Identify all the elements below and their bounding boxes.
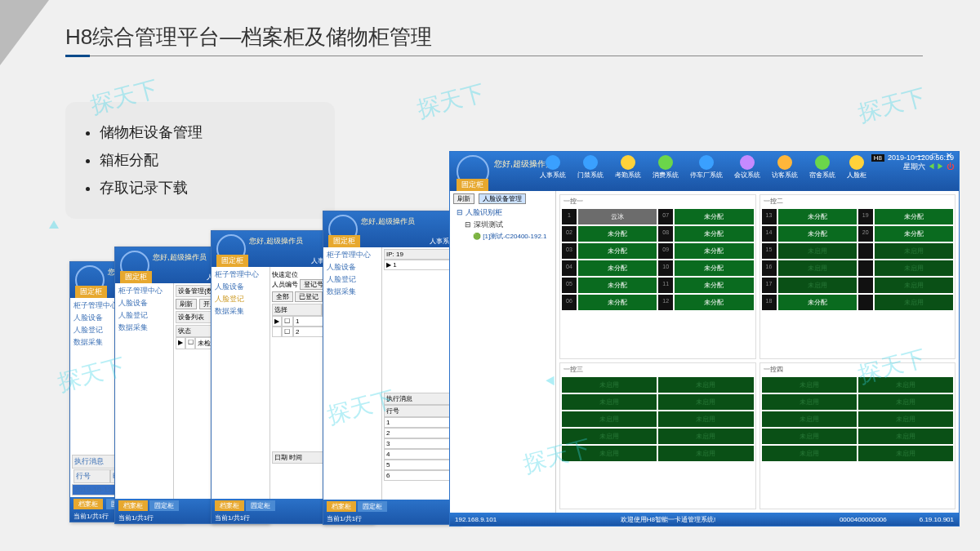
locker-cell-disabled[interactable]: 未启用 xyxy=(658,446,753,461)
locker-cell[interactable]: 未分配 xyxy=(875,226,953,242)
locker-cell[interactable]: 未分配 xyxy=(778,209,857,224)
locker-cell[interactable]: 未分配 xyxy=(578,243,657,259)
nav-prev-icon[interactable]: ◀ xyxy=(928,162,935,171)
nav-next-icon[interactable]: ▶ xyxy=(937,162,944,171)
footer-tab[interactable]: 档案柜 xyxy=(327,501,356,512)
locker-cell[interactable]: 未分配 xyxy=(578,260,657,276)
locker-cell-disabled[interactable]: 未启用 xyxy=(658,429,753,444)
locker-cell-disabled[interactable]: 未启用 xyxy=(762,377,857,393)
module-停车厂系统[interactable]: 停车厂系统 xyxy=(690,155,723,180)
tree-item[interactable]: 柜子管理中心 xyxy=(117,285,172,297)
table-row[interactable]: 4 xyxy=(384,449,459,460)
module-人事系统[interactable]: 人事系统 xyxy=(540,155,566,180)
locker-cell-disabled[interactable]: 未启用 xyxy=(658,394,753,410)
tree-item[interactable]: 人脸设备 xyxy=(325,261,380,273)
locker-cell[interactable]: 未分配 xyxy=(675,226,753,242)
locker-cell-disabled[interactable]: 未启用 xyxy=(858,411,953,427)
locker-cell-disabled[interactable]: 未启用 xyxy=(762,446,857,461)
locker-cell[interactable]: 未分配 xyxy=(675,260,753,276)
locker-cell[interactable]: 未分配 xyxy=(675,295,753,310)
cursor-row[interactable]: ▶ 1 xyxy=(384,260,459,270)
footer-tab[interactable]: 档案柜 xyxy=(215,500,244,511)
footer-tab[interactable]: 固定柜 xyxy=(358,501,387,512)
locker-cell[interactable]: 未分配 xyxy=(778,226,857,242)
locker-cell-disabled[interactable]: 未启用 xyxy=(562,394,657,410)
row-arrow[interactable]: ▶ xyxy=(272,316,282,327)
locker-cell-disabled[interactable]: 未启用 xyxy=(858,429,953,444)
footer-tab[interactable]: 档案柜 xyxy=(118,500,148,511)
locker-cell[interactable]: 未启用 xyxy=(778,278,857,293)
locker-cell-disabled[interactable]: 未启用 xyxy=(858,446,953,461)
power-icon[interactable]: ⏻ xyxy=(947,162,954,171)
table-row[interactable]: 1 xyxy=(384,417,459,428)
tree-item-active[interactable]: 人脸登记 xyxy=(213,293,268,305)
refresh-button[interactable]: 刷新 xyxy=(176,299,197,309)
row-checkbox[interactable]: ☐ xyxy=(282,316,293,327)
table-row[interactable]: 5 xyxy=(384,460,459,470)
tree-item[interactable]: 数据采集 xyxy=(325,286,380,298)
locker-cell[interactable]: 未分配 xyxy=(875,209,953,224)
row-checkbox[interactable]: ☐ xyxy=(185,337,195,349)
locker-cell[interactable]: 未启用 xyxy=(875,243,953,259)
module-访客系统[interactable]: 访客系统 xyxy=(772,155,798,180)
locker-cell[interactable]: 未分配 xyxy=(578,226,657,242)
tree-item[interactable]: 人脸设备 xyxy=(117,297,172,309)
footer-tab[interactable]: 档案柜 xyxy=(74,499,103,509)
row-selector[interactable]: ▶ xyxy=(176,337,185,349)
locker-cell-disabled[interactable]: 未启用 xyxy=(762,429,857,444)
filter-all[interactable]: 全部 xyxy=(272,291,293,302)
active-tab[interactable]: 固定柜 xyxy=(75,286,107,298)
tree-device-leaf[interactable]: 🟢 [1]测试-C20400-192.1 xyxy=(453,231,552,242)
footer-tab[interactable]: 固定柜 xyxy=(149,500,179,511)
locker-cell[interactable]: 未启用 xyxy=(875,295,953,310)
footer-tab[interactable]: 固定柜 xyxy=(246,500,275,511)
locker-cell-disabled[interactable]: 未启用 xyxy=(762,394,857,410)
locker-cell-disabled[interactable]: 未启用 xyxy=(658,377,753,393)
locker-cell[interactable]: 云冰 xyxy=(578,209,657,224)
locker-cell-disabled[interactable]: 未启用 xyxy=(658,411,753,427)
locker-cell-disabled[interactable]: 未启用 xyxy=(762,411,857,427)
module-宿舍系统[interactable]: 宿舍系统 xyxy=(809,155,835,180)
filter-registered[interactable]: 已登记 xyxy=(295,291,323,302)
tree-item[interactable]: 人脸设备 xyxy=(213,281,268,293)
active-tab[interactable]: 固定柜 xyxy=(216,255,248,267)
active-tab[interactable]: 固定柜 xyxy=(328,235,360,247)
module-考勤系统[interactable]: 考勤系统 xyxy=(615,155,641,180)
module-人脸柜[interactable]: 人脸柜 xyxy=(847,155,866,180)
active-tab[interactable]: 固定柜 xyxy=(120,271,152,283)
tree-root[interactable]: ⊟ 人脸识别柜 xyxy=(453,207,552,219)
table-row[interactable]: 2 xyxy=(384,428,459,438)
tree-branch[interactable]: ⊟ 深圳测试 xyxy=(453,219,552,231)
tree-item[interactable]: 数据采集 xyxy=(213,305,268,318)
locker-cell[interactable]: 未分配 xyxy=(578,295,657,310)
module-会议系统[interactable]: 会议系统 xyxy=(734,155,760,180)
locker-cell[interactable]: 未启用 xyxy=(778,260,857,276)
module-消费系统[interactable]: 消费系统 xyxy=(653,155,679,180)
locker-cell[interactable]: 未分配 xyxy=(675,209,753,224)
refresh-button[interactable]: 刷新 xyxy=(453,193,474,204)
locker-cell[interactable]: 未启用 xyxy=(875,278,953,293)
row-arrow[interactable] xyxy=(272,327,282,337)
locker-cell[interactable]: 未分配 xyxy=(578,278,657,293)
locker-cell-disabled[interactable]: 未启用 xyxy=(858,377,953,393)
locker-cell-disabled[interactable]: 未启用 xyxy=(562,446,657,461)
locker-cell-disabled[interactable]: 未启用 xyxy=(562,411,657,427)
tree-item[interactable]: 人脸登记 xyxy=(117,309,172,322)
device-manage-button[interactable]: 人脸设备管理 xyxy=(479,193,526,204)
tree-item[interactable]: 人脸登记 xyxy=(325,273,380,286)
locker-cell-disabled[interactable]: 未启用 xyxy=(562,377,657,393)
locker-cell[interactable]: 未分配 xyxy=(675,278,753,293)
locker-cell-disabled[interactable]: 未启用 xyxy=(858,394,953,410)
row-checkbox[interactable]: ☐ xyxy=(282,327,293,337)
locker-cell[interactable]: 未启用 xyxy=(875,260,953,276)
active-tab[interactable]: 固定柜 xyxy=(457,179,488,191)
locker-cell-disabled[interactable]: 未启用 xyxy=(562,429,657,444)
table-row[interactable]: 3 xyxy=(384,438,459,449)
tree-item[interactable]: 柜子管理中心 xyxy=(213,269,268,281)
table-row[interactable]: 6 xyxy=(384,470,459,481)
tree-item[interactable]: 数据采集 xyxy=(117,322,172,334)
locker-cell[interactable]: 未启用 xyxy=(778,243,857,259)
locker-cell[interactable]: 未分配 xyxy=(778,295,857,310)
module-门禁系统[interactable]: 门禁系统 xyxy=(577,155,604,180)
locker-cell[interactable]: 未分配 xyxy=(675,243,753,259)
